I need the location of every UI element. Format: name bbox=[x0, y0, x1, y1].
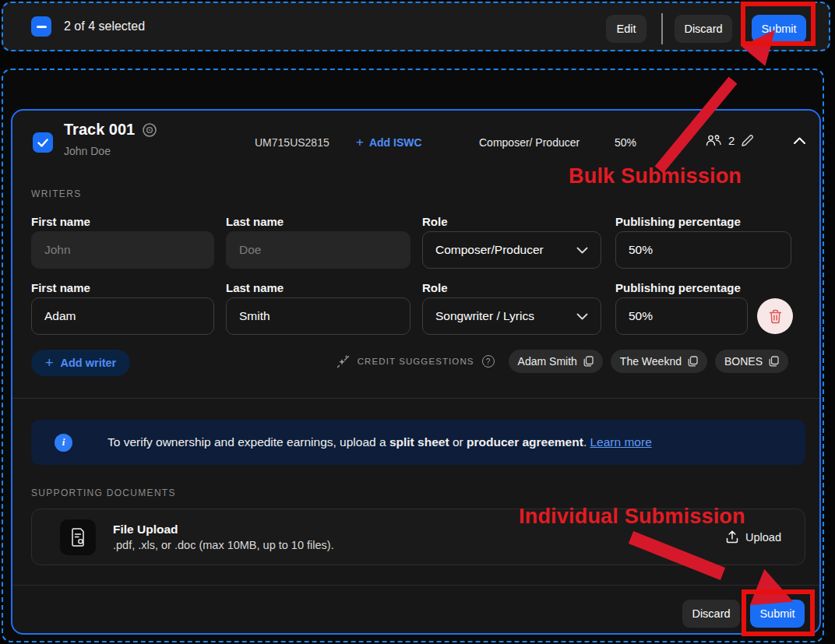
help-icon[interactable]: ? bbox=[482, 355, 495, 368]
selected-count-text: 2 of 4 selected bbox=[64, 19, 145, 33]
bulk-submission-page: 2 of 4 selected Edit Discard Submit Trac… bbox=[0, 0, 835, 644]
publishing-percentage-input-2[interactable] bbox=[615, 297, 748, 335]
file-upload-subtitle: .pdf, .xls, or .doc (max 10MB, up to 10 … bbox=[113, 539, 334, 551]
track-role-value: Composer/ Producer bbox=[479, 136, 580, 149]
banner-text-prefix: To verify ownership and expedite earning… bbox=[107, 435, 389, 449]
edit-track-button[interactable] bbox=[740, 133, 755, 148]
collapse-track-button[interactable] bbox=[793, 136, 806, 145]
check-icon bbox=[37, 139, 48, 147]
delete-writer-button[interactable] bbox=[757, 298, 793, 334]
track-percentage-value: 50% bbox=[615, 136, 636, 149]
banner-bold-split-sheet: split sheet bbox=[389, 435, 449, 449]
track-artist: John Doe bbox=[64, 145, 111, 157]
first-name-input-2[interactable] bbox=[31, 297, 214, 335]
suggestion-chip-the-weeknd[interactable]: The Weeknd bbox=[611, 350, 707, 373]
edit-button[interactable]: Edit bbox=[606, 15, 647, 43]
trash-icon bbox=[769, 309, 782, 324]
info-icon: i bbox=[55, 434, 72, 452]
suggestion-chip-bones[interactable]: BONES bbox=[715, 350, 788, 373]
track-title: Track 001 bbox=[64, 121, 135, 139]
suggestion-chip-adam-smith[interactable]: Adam Smith bbox=[509, 350, 603, 373]
file-upload-card[interactable]: File Upload .pdf, .xls, or .doc (max 10M… bbox=[31, 509, 805, 565]
role-select-1[interactable]: Composer/Producer bbox=[422, 231, 601, 269]
first-name-label-1: First name bbox=[31, 215, 90, 228]
track-title-row: Track 001 bbox=[64, 121, 157, 139]
info-banner: i To verify ownership and expedite earni… bbox=[31, 420, 805, 465]
add-iswc-label: Add ISWC bbox=[369, 136, 422, 149]
supporting-documents-heading: SUPPORTING DOCUMENTS bbox=[31, 487, 176, 498]
role-value-1: Composer/Producer bbox=[435, 243, 544, 257]
credit-suggestions-label: CREDIT SUGGESTIONS bbox=[358, 357, 474, 366]
publishing-percentage-label-1: Publishing percentage bbox=[615, 215, 741, 228]
track-isrc-value: UM715US2815 bbox=[255, 136, 329, 149]
toolbar-divider bbox=[661, 13, 663, 44]
banner-text-suffix: . bbox=[583, 435, 590, 449]
last-name-label-1: Last name bbox=[226, 215, 284, 228]
chevron-down-icon bbox=[576, 313, 588, 320]
document-icon-tile bbox=[60, 519, 96, 555]
indeterminate-icon bbox=[37, 26, 47, 28]
add-writer-button[interactable]: + Add writer bbox=[31, 350, 130, 376]
credit-suggestions-row: CREDIT SUGGESTIONS ? Adam Smith The Week… bbox=[336, 350, 788, 373]
bulk-selection-bar: 2 of 4 selected Edit Discard Submit bbox=[2, 2, 830, 51]
track-card: Track 001 John Doe UM715US2815 + Add ISW… bbox=[11, 109, 821, 635]
last-name-label-2: Last name bbox=[226, 281, 284, 294]
banner-bold-producer-agreement: producer agreement bbox=[467, 435, 583, 449]
sparkle-wand-icon bbox=[336, 355, 350, 368]
suggestion-label: The Weeknd bbox=[620, 355, 682, 368]
bulk-discard-button[interactable]: Discard bbox=[675, 15, 732, 43]
chevron-up-icon bbox=[793, 136, 806, 145]
plus-icon: + bbox=[356, 135, 364, 150]
track-checkbox[interactable] bbox=[33, 132, 53, 153]
vinyl-disc-icon bbox=[142, 122, 157, 138]
role-select-2[interactable]: Songwriter / Lyrics bbox=[422, 297, 601, 335]
writers-section-heading: WRITERS bbox=[31, 188, 81, 199]
bulk-submit-button[interactable]: Submit bbox=[752, 15, 806, 43]
last-name-input-2[interactable] bbox=[226, 297, 410, 335]
last-name-input-1 bbox=[226, 231, 410, 269]
role-value-2: Songwriter / Lyrics bbox=[435, 309, 534, 323]
copy-icon bbox=[583, 356, 594, 367]
publishing-percentage-input-1[interactable] bbox=[615, 231, 791, 269]
pencil-icon bbox=[740, 133, 755, 148]
add-iswc-button[interactable]: + Add ISWC bbox=[356, 135, 422, 150]
publishing-percentage-label-2: Publishing percentage bbox=[615, 281, 741, 294]
role-label-1: Role bbox=[422, 215, 448, 228]
track-submit-button[interactable]: Submit bbox=[750, 600, 805, 628]
suggestion-label: BONES bbox=[724, 355, 763, 368]
suggestion-label: Adam Smith bbox=[518, 355, 577, 368]
info-banner-text: To verify ownership and expedite earning… bbox=[107, 435, 652, 449]
chevron-down-icon bbox=[576, 247, 588, 254]
writers-count: 2 bbox=[728, 134, 735, 147]
writers-count-indicator: 2 bbox=[705, 134, 735, 147]
add-writer-label: Add writer bbox=[61, 357, 117, 369]
first-name-label-2: First name bbox=[31, 281, 90, 294]
divider bbox=[12, 398, 819, 399]
file-upload-title: File Upload bbox=[113, 523, 334, 537]
copy-icon bbox=[688, 356, 698, 367]
upload-button[interactable]: Upload bbox=[726, 530, 781, 544]
copy-icon bbox=[769, 356, 779, 367]
track-discard-button[interactable]: Discard bbox=[682, 600, 740, 628]
document-icon bbox=[70, 528, 86, 547]
upload-label: Upload bbox=[745, 531, 781, 544]
file-upload-texts: File Upload .pdf, .xls, or .doc (max 10M… bbox=[113, 523, 334, 551]
upload-icon bbox=[726, 530, 738, 544]
bulk-select-checkbox[interactable] bbox=[31, 16, 51, 37]
divider bbox=[12, 585, 819, 586]
learn-more-link[interactable]: Learn more bbox=[590, 435, 652, 449]
role-label-2: Role bbox=[422, 281, 448, 294]
first-name-input-1 bbox=[31, 231, 214, 269]
banner-text-mid: or bbox=[449, 435, 467, 449]
writers-group-icon bbox=[705, 134, 723, 147]
plus-icon: + bbox=[45, 355, 54, 371]
